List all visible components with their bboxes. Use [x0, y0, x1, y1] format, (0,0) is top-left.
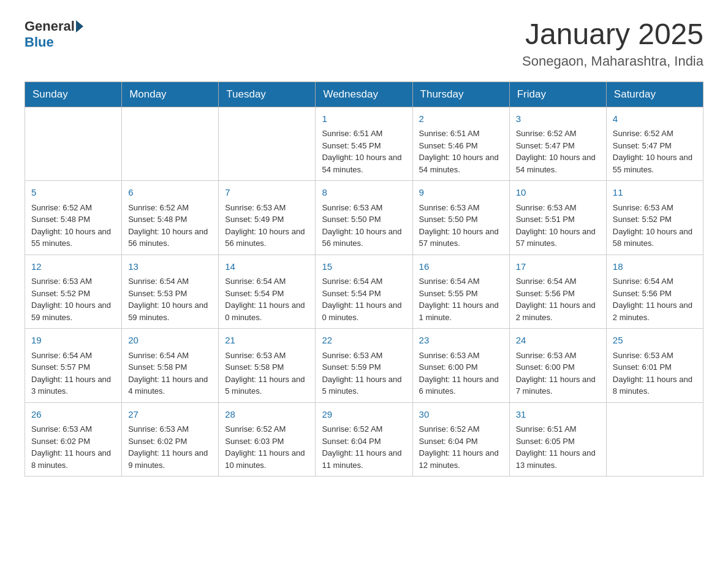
day-number: 6 — [128, 186, 212, 200]
day-info: Sunrise: 6:53 AM — [225, 350, 309, 362]
day-number: 7 — [225, 186, 309, 200]
day-info: Sunrise: 6:51 AM — [419, 128, 503, 140]
calendar-cell: 11Sunrise: 6:53 AMSunset: 5:52 PMDayligh… — [606, 181, 703, 255]
day-info: Sunrise: 6:54 AM — [225, 275, 309, 288]
day-info: Daylight: 11 hours and 4 minutes. — [128, 373, 212, 397]
calendar-cell: 6Sunrise: 6:52 AMSunset: 5:48 PMDaylight… — [122, 181, 219, 255]
day-info: Daylight: 11 hours and 2 minutes. — [613, 299, 697, 323]
day-info: Sunrise: 6:53 AM — [613, 350, 697, 362]
day-info: Daylight: 11 hours and 12 minutes. — [419, 447, 503, 471]
day-info: Sunset: 6:04 PM — [419, 435, 503, 448]
day-info: Sunset: 5:50 PM — [419, 213, 503, 226]
day-number: 14 — [225, 260, 309, 274]
calendar-header-friday: Friday — [509, 82, 606, 107]
day-info: Sunset: 5:57 PM — [31, 361, 115, 373]
day-info: Daylight: 11 hours and 11 minutes. — [322, 447, 406, 471]
day-info: Sunrise: 6:53 AM — [419, 202, 503, 214]
day-info: Daylight: 10 hours and 54 minutes. — [516, 151, 600, 175]
day-number: 13 — [128, 260, 212, 274]
page-header: General Blue January 2025 Sonegaon, Maha… — [25, 18, 703, 69]
day-info: Daylight: 10 hours and 56 minutes. — [322, 226, 406, 250]
day-info: Sunset: 5:56 PM — [516, 288, 600, 300]
day-info: Sunrise: 6:53 AM — [322, 350, 406, 362]
day-info: Daylight: 10 hours and 59 minutes. — [31, 299, 115, 323]
day-number: 28 — [225, 408, 309, 422]
day-info: Sunrise: 6:53 AM — [322, 202, 406, 214]
day-info: Daylight: 11 hours and 2 minutes. — [516, 299, 600, 323]
calendar-cell: 31Sunrise: 6:51 AMSunset: 6:05 PMDayligh… — [509, 402, 606, 477]
day-info: Sunset: 5:54 PM — [225, 288, 309, 300]
day-info: Sunset: 6:04 PM — [322, 435, 406, 448]
day-info: Sunrise: 6:51 AM — [516, 423, 600, 435]
calendar-cell: 30Sunrise: 6:52 AMSunset: 6:04 PMDayligh… — [412, 402, 509, 477]
day-info: Sunset: 6:01 PM — [613, 361, 697, 373]
day-info: Daylight: 11 hours and 6 minutes. — [419, 373, 503, 397]
calendar-cell: 23Sunrise: 6:53 AMSunset: 6:00 PMDayligh… — [412, 329, 509, 403]
calendar-header-row: SundayMondayTuesdayWednesdayThursdayFrid… — [25, 82, 703, 107]
calendar-week-5: 26Sunrise: 6:53 AMSunset: 6:02 PMDayligh… — [25, 402, 703, 477]
day-number: 16 — [419, 260, 503, 274]
day-info: Sunrise: 6:54 AM — [419, 275, 503, 288]
calendar-cell — [219, 107, 316, 181]
calendar-cell: 3Sunrise: 6:52 AMSunset: 5:47 PMDaylight… — [509, 107, 606, 181]
day-info: Sunrise: 6:54 AM — [613, 275, 697, 288]
day-info: Sunrise: 6:53 AM — [128, 423, 212, 435]
day-info: Sunrise: 6:54 AM — [31, 350, 115, 362]
calendar-cell: 2Sunrise: 6:51 AMSunset: 5:46 PMDaylight… — [412, 107, 509, 181]
calendar-cell: 4Sunrise: 6:52 AMSunset: 5:47 PMDaylight… — [606, 107, 703, 181]
calendar-cell: 20Sunrise: 6:54 AMSunset: 5:58 PMDayligh… — [122, 329, 219, 403]
day-number: 2 — [419, 112, 503, 126]
day-info: Sunrise: 6:52 AM — [419, 423, 503, 435]
calendar-cell: 22Sunrise: 6:53 AMSunset: 5:59 PMDayligh… — [316, 329, 412, 403]
day-info: Sunset: 6:00 PM — [516, 361, 600, 373]
calendar-week-1: 1Sunrise: 6:51 AMSunset: 5:45 PMDaylight… — [25, 107, 703, 181]
calendar-table: SundayMondayTuesdayWednesdayThursdayFrid… — [25, 82, 703, 477]
calendar-cell: 5Sunrise: 6:52 AMSunset: 5:48 PMDaylight… — [25, 181, 122, 255]
calendar-week-3: 12Sunrise: 6:53 AMSunset: 5:52 PMDayligh… — [25, 255, 703, 329]
day-info: Sunrise: 6:52 AM — [128, 202, 212, 214]
day-number: 15 — [322, 260, 406, 274]
day-info: Daylight: 11 hours and 1 minute. — [419, 299, 503, 323]
day-info: Sunrise: 6:52 AM — [225, 423, 309, 435]
day-info: Daylight: 11 hours and 13 minutes. — [516, 447, 600, 471]
day-info: Daylight: 11 hours and 10 minutes. — [225, 447, 309, 471]
calendar-cell: 19Sunrise: 6:54 AMSunset: 5:57 PMDayligh… — [25, 329, 122, 403]
day-info: Sunset: 5:56 PM — [613, 288, 697, 300]
day-info: Sunset: 5:46 PM — [419, 140, 503, 152]
day-info: Sunset: 5:52 PM — [31, 288, 115, 300]
location: Sonegaon, Maharashtra, India — [522, 53, 703, 69]
calendar-header-tuesday: Tuesday — [219, 82, 316, 107]
day-info: Sunrise: 6:54 AM — [128, 275, 212, 288]
day-info: Sunset: 6:03 PM — [225, 435, 309, 448]
calendar-cell — [606, 402, 703, 477]
month-title: January 2025 — [522, 18, 703, 51]
day-number: 22 — [322, 334, 406, 348]
day-info: Sunset: 5:58 PM — [225, 361, 309, 373]
day-info: Daylight: 11 hours and 7 minutes. — [516, 373, 600, 397]
day-info: Daylight: 10 hours and 56 minutes. — [225, 226, 309, 250]
day-info: Daylight: 10 hours and 54 minutes. — [322, 151, 406, 175]
calendar-cell: 26Sunrise: 6:53 AMSunset: 6:02 PMDayligh… — [25, 402, 122, 477]
day-number: 19 — [31, 334, 115, 348]
day-info: Sunrise: 6:52 AM — [322, 423, 406, 435]
day-info: Daylight: 10 hours and 57 minutes. — [516, 226, 600, 250]
day-info: Sunset: 6:05 PM — [516, 435, 600, 448]
day-info: Sunset: 5:53 PM — [128, 288, 212, 300]
day-info: Sunrise: 6:52 AM — [613, 128, 697, 140]
day-number: 5 — [31, 186, 115, 200]
calendar-cell: 8Sunrise: 6:53 AMSunset: 5:50 PMDaylight… — [316, 181, 412, 255]
day-info: Sunrise: 6:54 AM — [516, 275, 600, 288]
day-number: 24 — [516, 334, 600, 348]
calendar-cell: 28Sunrise: 6:52 AMSunset: 6:03 PMDayligh… — [219, 402, 316, 477]
day-info: Daylight: 10 hours and 54 minutes. — [419, 151, 503, 175]
day-number: 29 — [322, 408, 406, 422]
day-info: Sunset: 5:58 PM — [128, 361, 212, 373]
day-number: 20 — [128, 334, 212, 348]
calendar-cell: 9Sunrise: 6:53 AMSunset: 5:50 PMDaylight… — [412, 181, 509, 255]
calendar-cell: 13Sunrise: 6:54 AMSunset: 5:53 PMDayligh… — [122, 255, 219, 329]
day-info: Sunrise: 6:54 AM — [322, 275, 406, 288]
day-info: Daylight: 11 hours and 9 minutes. — [128, 447, 212, 471]
day-info: Daylight: 10 hours and 56 minutes. — [128, 226, 212, 250]
day-info: Daylight: 10 hours and 55 minutes. — [31, 226, 115, 250]
day-number: 8 — [322, 186, 406, 200]
